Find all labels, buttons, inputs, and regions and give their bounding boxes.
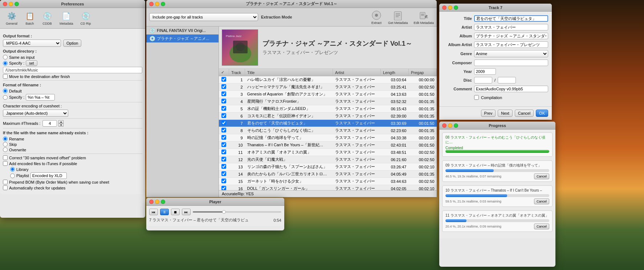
player-maximize[interactable] — [161, 200, 165, 204]
get-metadata-action[interactable]: Get Metadata — [388, 9, 408, 25]
track-check-6[interactable] — [219, 112, 229, 120]
track7-maximize[interactable] — [454, 5, 458, 10]
close-button[interactable] — [3, 2, 7, 6]
compilation-checkbox[interactable] — [474, 95, 479, 100]
year-input[interactable] — [474, 68, 496, 75]
progress-maximize[interactable] — [454, 123, 458, 128]
track-check-1[interactable] — [219, 76, 229, 83]
track-check-14[interactable] — [219, 171, 229, 178]
track-check-2[interactable] — [219, 83, 229, 91]
default-radio[interactable]: Default — [3, 89, 142, 93]
extract-action[interactable]: Extract — [371, 9, 382, 25]
library-radio[interactable]: Library — [10, 167, 142, 172]
table-row[interactable]: 8 そらのむこう「ひぐらしのなく頃に」 ラスマス・フェイバー 02:23:60 … — [219, 127, 437, 134]
correct-offset-checkbox[interactable] — [3, 155, 8, 160]
toolbar-cddb[interactable]: 💿 CDDB — [39, 9, 55, 27]
track-check-3[interactable] — [219, 91, 229, 98]
overwrite-radio[interactable]: Overwrite — [3, 147, 142, 152]
maximize-button[interactable] — [15, 2, 19, 6]
threads-input[interactable] — [42, 120, 57, 127]
char-encoding-select[interactable]: Japanese (Auto-detect) — [3, 110, 68, 117]
table-row[interactable]: 9 時の記憶「僕の地球を守って」 ラスマス・フェイバー 04:33:38 00:… — [219, 134, 437, 142]
toolbar-cdrip[interactable]: 💿 CD Rip — [78, 9, 94, 27]
minimize-button[interactable] — [9, 2, 13, 6]
auto-check-checkbox[interactable] — [3, 185, 8, 190]
table-row[interactable]: 1 ハレ晴レユカイ「涼宮ハルヒの憂鬱」 ラスマス・フェイバー 03:03:64 … — [219, 76, 437, 83]
album-input[interactable] — [474, 33, 548, 39]
track-check-7[interactable] — [219, 120, 229, 127]
extraction-mode-select[interactable]: Include pre-gap for all tracks — [149, 13, 258, 21]
track-check-15[interactable] — [219, 178, 229, 185]
track7-close[interactable] — [442, 5, 447, 10]
player-stop[interactable]: ⏹ — [171, 209, 180, 215]
th-track[interactable]: Track — [229, 69, 245, 76]
track-check-9[interactable] — [219, 134, 229, 142]
table-row[interactable]: 3 Genesis of Aquarion「創聖のアクエリオン」 ラスマス・フェ… — [219, 91, 437, 98]
track7-minimize[interactable] — [448, 5, 452, 10]
same-as-input-radio[interactable]: Same as input — [3, 55, 142, 60]
table-row[interactable]: 2 ハッピー☆マテリアル「魔法先生ネギま!」 ラスマス・フェイバー 03:25:… — [219, 83, 437, 91]
set-button[interactable]: set — [26, 60, 37, 66]
track-check-10[interactable] — [219, 142, 229, 149]
table-row[interactable]: 16 DOLL「ガンスリンガー・ガール」 ラスマス・フェイバー 04:02:05… — [219, 185, 437, 191]
main-maximize[interactable] — [161, 2, 165, 6]
track-check-5[interactable] — [219, 105, 229, 112]
toolbar-general[interactable]: ⚙️ General — [3, 9, 20, 27]
th-artist[interactable]: Artist — [333, 69, 381, 76]
table-row[interactable]: 15 ガーネット「時をかける少女」 ラスマス・フェイバー 03:44:63 00… — [219, 178, 437, 185]
table-row[interactable]: 6 コスモスに君と「伝説巨神イデオン」 ラスマス・フェイバー 02:39:00 … — [219, 112, 437, 120]
toolbar-batch[interactable]: 📋 Batch — [22, 9, 38, 27]
progress-minimize[interactable] — [448, 123, 452, 128]
player-slider-container[interactable] — [193, 209, 281, 214]
player-close[interactable] — [149, 200, 154, 204]
main-minimize[interactable] — [155, 2, 159, 6]
th-pregap[interactable]: Pregap — [408, 69, 436, 76]
specify-radio[interactable]: Specify : set — [3, 60, 142, 66]
stepper-down[interactable]: ▼ — [58, 123, 64, 127]
cancel-btn-09[interactable]: Cancel — [534, 173, 549, 179]
track-check-11[interactable] — [219, 149, 229, 156]
artist-input[interactable] — [474, 24, 548, 30]
output-format-select[interactable]: MPEG-4 AAC — [3, 40, 61, 47]
th-length[interactable]: Length — [381, 69, 409, 76]
playlist-radio[interactable]: Playlist — [10, 172, 142, 179]
track-check-13[interactable] — [219, 163, 229, 171]
album-artist-input[interactable] — [474, 41, 548, 48]
track-check-12[interactable] — [219, 156, 229, 163]
prev-button[interactable]: Prev — [481, 110, 496, 117]
table-row[interactable]: 14 炎のたからもの「ルパン三世カリオストロ… ラスマス・フェイバー 04:05… — [219, 171, 437, 178]
table-row[interactable]: 11 オネアミスの翼「オネアミスの翼」 ラスマス・フェイバー 03:48:51 … — [219, 149, 437, 156]
composer-input[interactable] — [474, 60, 548, 66]
track-check-4[interactable] — [219, 98, 229, 105]
th-title[interactable]: Title — [245, 69, 333, 76]
genre-select[interactable]: Anime — [474, 50, 548, 57]
move-checkbox[interactable] — [3, 74, 8, 79]
comment-input[interactable] — [474, 86, 548, 92]
edit-metadata-action[interactable]: Edit Metadata — [413, 9, 434, 25]
track-check-16[interactable] — [219, 185, 229, 191]
playlist-item-2[interactable]: 💿 プラチナ・ジャズ ～アニメ... — [146, 34, 219, 42]
next-button[interactable]: Next — [498, 110, 513, 117]
prepend-bom-checkbox[interactable] — [3, 180, 8, 184]
add-itunes-checkbox[interactable] — [3, 161, 8, 166]
disc-input[interactable] — [474, 77, 492, 83]
main-close[interactable] — [149, 2, 154, 6]
cancel-btn-11[interactable]: Cancel — [534, 224, 549, 229]
option-button[interactable]: Option — [63, 40, 81, 47]
table-row[interactable]: 10 Thanatos – If I Can't Be Yours –「新世紀…… — [219, 142, 437, 149]
table-row[interactable]: 5 水の証「機動戦士ガンダムSEED」 ラスマス・フェイバー 06:15:43 … — [219, 105, 437, 112]
player-pause[interactable]: ⏸ — [160, 209, 169, 215]
skip-radio[interactable]: Skip — [3, 142, 142, 147]
ok-button[interactable]: OK — [536, 110, 548, 117]
table-row[interactable]: 7 君をのせて「天空の城ラピュタ」 ラスマス・フェイバー 03:30:69 00… — [219, 120, 437, 127]
specify-format-radio[interactable]: Specify : — [3, 94, 142, 101]
toolbar-metadata[interactable]: 📄 Metadata — [57, 9, 76, 27]
rename-radio[interactable]: Rename — [3, 136, 142, 141]
format-input[interactable] — [26, 94, 55, 101]
disc-total-input[interactable] — [498, 77, 516, 83]
cancel-button[interactable]: Cancel — [515, 110, 534, 117]
stepper-up[interactable]: ▲ — [58, 120, 64, 123]
player-forward[interactable]: ⏭ — [182, 209, 191, 215]
player-minimize[interactable] — [155, 200, 159, 204]
table-row[interactable]: 4 星間飛行「マクロスFrontier」 ラスマス・フェイバー 03:52:32… — [219, 98, 437, 105]
